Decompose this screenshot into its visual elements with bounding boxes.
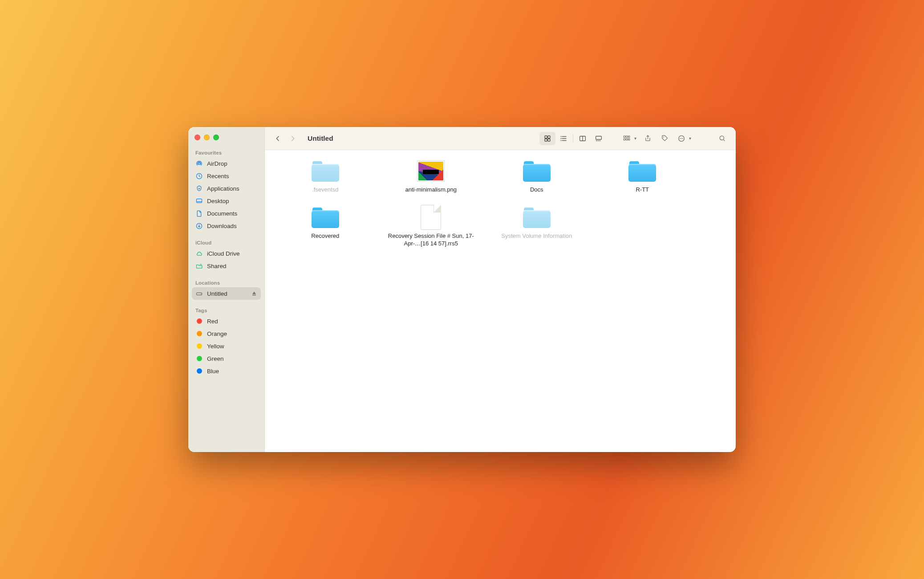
folder-icon — [310, 205, 340, 229]
svg-rect-18 — [598, 140, 599, 141]
sidebar-tag-yellow[interactable]: Yellow — [192, 340, 261, 352]
sidebar-item-label: Desktop — [207, 198, 229, 204]
chevron-down-icon: ▾ — [634, 136, 636, 141]
tag-dot-icon — [195, 330, 203, 338]
sidebar-section-locations: Locations Untitled — [192, 278, 261, 300]
sidebar-item-label: Orange — [207, 330, 227, 337]
sidebar-item-label: Blue — [207, 368, 219, 375]
svg-rect-16 — [596, 136, 602, 139]
tag-dot-icon — [195, 318, 203, 325]
tag-dot-icon — [195, 343, 203, 350]
sidebar-item-downloads[interactable]: Downloads — [192, 220, 261, 232]
tags-button[interactable] — [657, 132, 672, 145]
view-mode-group — [539, 132, 607, 145]
chevron-down-icon: ▾ — [689, 136, 691, 141]
zoom-window-button[interactable] — [213, 135, 219, 140]
sidebar-heading-favourites: Favourites — [192, 148, 261, 157]
sidebar-tag-orange[interactable]: Orange — [192, 327, 261, 340]
svg-point-13 — [560, 138, 561, 139]
finder-window: Favourites AirDrop Recents Applications — [188, 127, 736, 452]
search-button[interactable] — [714, 132, 729, 145]
file-item[interactable]: R-TT — [592, 159, 693, 194]
desktop-icon — [195, 197, 203, 205]
svg-rect-2 — [196, 199, 202, 203]
forward-button[interactable] — [286, 132, 300, 145]
view-columns-button[interactable] — [575, 132, 591, 145]
document-icon — [195, 210, 203, 217]
file-name: System Volume Information — [501, 232, 572, 240]
view-gallery-button[interactable] — [591, 132, 607, 145]
svg-rect-21 — [626, 136, 628, 138]
file-grid-area: .fseventsd anti-minimalism.png Docs R-TT — [265, 150, 736, 452]
actions-menu-button[interactable] — [674, 132, 689, 145]
toolbar-divider — [573, 135, 573, 143]
sidebar-item-desktop[interactable]: Desktop — [192, 195, 261, 207]
svg-rect-17 — [596, 140, 597, 141]
download-icon — [195, 222, 203, 230]
file-grid: .fseventsd anti-minimalism.png Docs R-TT — [275, 159, 693, 248]
back-button[interactable] — [271, 132, 284, 145]
sidebar: Favourites AirDrop Recents Applications — [188, 127, 265, 452]
eject-icon[interactable] — [251, 290, 257, 297]
sidebar-section-icloud: iCloud iCloud Drive Shared — [192, 238, 261, 272]
svg-point-4 — [200, 264, 201, 265]
sidebar-item-label: Recents — [207, 173, 229, 179]
svg-rect-24 — [626, 139, 628, 140]
toolbar: Untitled — [265, 127, 736, 150]
svg-rect-8 — [545, 136, 547, 138]
view-icons-button[interactable] — [539, 132, 555, 145]
share-button[interactable] — [640, 132, 655, 145]
airdrop-icon — [195, 160, 203, 167]
minimize-window-button[interactable] — [204, 135, 210, 140]
shared-folder-icon — [195, 262, 203, 270]
file-item[interactable]: Recovery Session File # Sun, 17-Apr-…[16… — [381, 205, 482, 248]
sidebar-item-label: Downloads — [207, 223, 237, 229]
sidebar-item-icloud-drive[interactable]: iCloud Drive — [192, 247, 261, 260]
main-area: Untitled — [265, 127, 736, 452]
file-item[interactable]: Docs — [486, 159, 588, 194]
group-by-button[interactable] — [619, 132, 634, 145]
folder-icon — [522, 159, 552, 183]
file-item[interactable]: Recovered — [275, 205, 376, 248]
window-controls — [192, 132, 261, 148]
sidebar-heading-tags: Tags — [192, 306, 261, 315]
file-name: R-TT — [636, 186, 649, 194]
sidebar-item-untitled-volume[interactable]: Untitled — [192, 287, 261, 300]
sidebar-item-label: AirDrop — [207, 160, 227, 167]
svg-rect-25 — [628, 139, 630, 140]
drive-icon — [195, 290, 203, 298]
folder-icon — [522, 205, 552, 229]
file-name: anti-minimalism.png — [405, 186, 457, 194]
sidebar-tag-green[interactable]: Green — [192, 352, 261, 365]
svg-rect-9 — [548, 136, 550, 138]
file-item[interactable]: anti-minimalism.png — [381, 159, 482, 194]
svg-rect-19 — [600, 140, 601, 141]
view-list-button[interactable] — [555, 132, 571, 145]
close-window-button[interactable] — [195, 135, 200, 140]
sidebar-item-documents[interactable]: Documents — [192, 207, 261, 220]
sidebar-item-shared[interactable]: Shared — [192, 260, 261, 272]
sidebar-item-applications[interactable]: Applications — [192, 182, 261, 195]
sidebar-item-label: Applications — [207, 185, 239, 192]
sidebar-item-recents[interactable]: Recents — [192, 170, 261, 182]
svg-rect-23 — [624, 139, 625, 140]
folder-icon — [627, 159, 657, 183]
file-item[interactable]: .fseventsd — [275, 159, 376, 194]
file-name: Recovery Session File # Sun, 17-Apr-…[16… — [384, 232, 478, 248]
sidebar-tag-red[interactable]: Red — [192, 315, 261, 327]
file-item[interactable]: System Volume Information — [486, 205, 588, 248]
svg-point-28 — [680, 138, 681, 139]
cloud-icon — [195, 250, 203, 257]
svg-point-26 — [663, 137, 664, 138]
sidebar-item-label: Shared — [207, 263, 227, 269]
sidebar-tag-blue[interactable]: Blue — [192, 365, 261, 377]
sidebar-item-label: Green — [207, 355, 224, 362]
svg-point-0 — [198, 163, 200, 164]
svg-rect-11 — [548, 139, 550, 141]
sidebar-heading-locations: Locations — [192, 278, 261, 287]
sidebar-item-airdrop[interactable]: AirDrop — [192, 157, 261, 170]
sidebar-item-label: Red — [207, 318, 218, 325]
file-name: Recovered — [311, 232, 339, 240]
tag-dot-icon — [195, 367, 203, 375]
svg-point-12 — [560, 136, 561, 137]
